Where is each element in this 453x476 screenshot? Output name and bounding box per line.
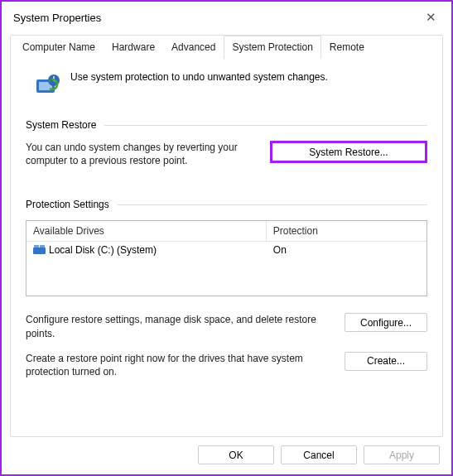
configure-button[interactable]: Configure... bbox=[345, 313, 427, 332]
tab-advanced[interactable]: Advanced bbox=[163, 36, 224, 59]
create-row: Create a restore point right now for the… bbox=[26, 352, 427, 378]
create-text: Create a restore point right now for the… bbox=[26, 352, 333, 378]
tab-remote[interactable]: Remote bbox=[321, 36, 373, 59]
close-icon[interactable]: ✕ bbox=[419, 10, 443, 25]
drives-table-header: Available Drives Protection bbox=[27, 221, 426, 242]
system-restore-heading-row: System Restore bbox=[26, 119, 427, 131]
tab-system-protection[interactable]: System Protection bbox=[224, 36, 320, 59]
divider bbox=[118, 204, 427, 205]
svg-rect-3 bbox=[33, 248, 46, 254]
ok-button[interactable]: OK bbox=[198, 445, 274, 464]
intro-row: Use system protection to undo unwanted s… bbox=[26, 68, 427, 116]
protection-settings-heading: Protection Settings bbox=[26, 199, 109, 210]
tab-pane: Use system protection to undo unwanted s… bbox=[11, 60, 442, 401]
drives-table: Available Drives Protection Local Disk (… bbox=[26, 220, 427, 296]
cancel-button[interactable]: Cancel bbox=[281, 445, 357, 464]
tab-hardware[interactable]: Hardware bbox=[104, 36, 163, 59]
system-protection-icon bbox=[34, 71, 62, 99]
column-header-protection[interactable]: Protection bbox=[267, 221, 426, 241]
property-sheet: Computer Name Hardware Advanced System P… bbox=[10, 35, 443, 437]
apply-button[interactable]: Apply bbox=[364, 445, 440, 464]
system-restore-row: You can undo system changes by reverting… bbox=[26, 141, 427, 167]
system-restore-heading: System Restore bbox=[26, 119, 96, 131]
intro-text: Use system protection to undo unwanted s… bbox=[70, 71, 328, 83]
svg-rect-5 bbox=[40, 245, 45, 248]
create-button[interactable]: Create... bbox=[345, 352, 427, 371]
drive-name: Local Disk (C:) (System) bbox=[49, 244, 157, 256]
titlebar: System Properties ✕ bbox=[2, 2, 451, 30]
svg-rect-4 bbox=[34, 245, 39, 248]
tab-strip: Computer Name Hardware Advanced System P… bbox=[11, 35, 442, 59]
drive-icon bbox=[33, 245, 46, 255]
configure-text: Configure restore settings, manage disk … bbox=[26, 313, 333, 339]
column-header-drives[interactable]: Available Drives bbox=[27, 221, 267, 241]
configure-row: Configure restore settings, manage disk … bbox=[26, 313, 427, 339]
table-row[interactable]: Local Disk (C:) (System) On bbox=[27, 242, 426, 258]
window-title: System Properties bbox=[13, 12, 101, 24]
divider bbox=[104, 125, 427, 126]
system-restore-button[interactable]: System Restore... bbox=[270, 141, 427, 163]
dialog-footer: OK Cancel Apply bbox=[2, 437, 451, 474]
system-restore-text: You can undo system changes by reverting… bbox=[26, 141, 255, 167]
tab-computer-name[interactable]: Computer Name bbox=[14, 36, 104, 59]
protection-settings-heading-row: Protection Settings bbox=[26, 199, 427, 210]
drive-protection-status: On bbox=[267, 242, 426, 258]
